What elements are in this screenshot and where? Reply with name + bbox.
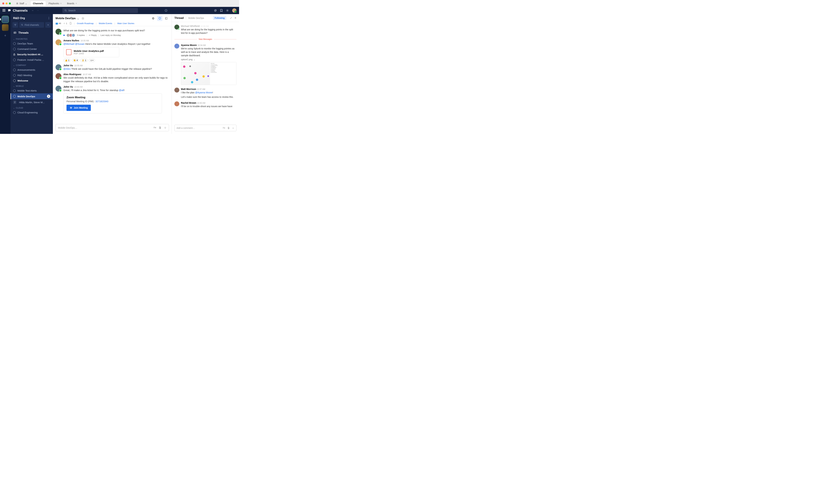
avatar[interactable]	[55, 39, 61, 45]
header-link-stories[interactable]: Main User Stories	[117, 22, 134, 25]
sidebar-item-devops-team[interactable]: DevOps Team	[11, 41, 53, 46]
global-search[interactable]: Search	[62, 8, 138, 13]
server-tile-2[interactable]	[2, 24, 9, 31]
author-name[interactable]: Matt Morrison	[181, 88, 196, 90]
close-icon[interactable]: ✕	[75, 2, 77, 5]
add-reaction-button[interactable]: ☺+	[89, 59, 95, 62]
chevron-down-icon[interactable]: ⌄	[77, 17, 79, 20]
attachment-icon[interactable]	[228, 127, 230, 129]
back-icon[interactable]: ←	[32, 9, 34, 12]
avatar[interactable]	[55, 29, 61, 35]
image-name[interactable]: optionC.png ⌄	[181, 58, 237, 61]
members-count[interactable]: 👥 48	[55, 22, 61, 25]
server-rail: +	[0, 14, 11, 134]
file-icon[interactable]	[69, 22, 72, 25]
thread-reply: Ayanna Moore 10:34 AM We're using Splunk…	[174, 42, 237, 86]
section-company[interactable]: ⌄COMPANY	[11, 63, 53, 67]
shield-icon[interactable]	[157, 16, 162, 21]
bookmark-icon[interactable]	[220, 9, 223, 12]
sidebar-item-rd-meeting[interactable]: R&D Meeting	[11, 73, 53, 78]
header-link-roadmap[interactable]: Growth Roadmap	[77, 22, 94, 25]
emoji-icon[interactable]: ☺	[232, 127, 234, 129]
gear-icon[interactable]	[226, 9, 229, 12]
workspace-selector[interactable]: Staff ⌄	[14, 1, 29, 5]
close-icon[interactable]: ✕	[60, 2, 62, 5]
thread-channel[interactable]: Mobile DevOps	[188, 17, 204, 19]
sidebar-item-announcements[interactable]: Announcements	[11, 67, 53, 73]
image-attachment[interactable]: Services━━━━━━━━━━● expensiveapp● analyt…	[181, 62, 237, 85]
add-channel-button[interactable]: +	[45, 22, 51, 28]
tab-boards[interactable]: Boards✕	[65, 1, 79, 6]
avatar[interactable]	[174, 88, 179, 93]
section-favorites[interactable]: ⌄FAVORITES	[11, 36, 53, 41]
avatar[interactable]	[174, 25, 179, 30]
avatar[interactable]	[174, 101, 179, 106]
sidebar-item-cloud-engineering[interactable]: Cloud Engineering	[11, 110, 53, 115]
tab-channels[interactable]: Channels	[31, 1, 46, 6]
sidebar-item-mobile-devops[interactable]: Mobile DevOps1	[11, 93, 53, 99]
close-window-icon[interactable]	[2, 2, 4, 4]
tab-playbooks[interactable]: Playbooks✕	[46, 1, 64, 6]
pins-count[interactable]: ☆ 1	[63, 22, 67, 25]
expand-icon[interactable]: ⤢	[230, 16, 232, 20]
add-server-button[interactable]: +	[4, 33, 6, 38]
author-name[interactable]: John Vu	[63, 64, 73, 67]
server-tile-1[interactable]	[2, 16, 9, 23]
reaction[interactable]: 👌1	[80, 59, 87, 62]
reaction[interactable]: 👏4	[72, 59, 79, 62]
sidebar-item-security-incident[interactable]: Security Incident #4 ...	[11, 52, 53, 57]
find-channels-input[interactable]: Find channels	[19, 22, 44, 28]
sidebar-item-command-center[interactable]: Command Center	[11, 46, 53, 52]
formatting-button[interactable]: Aa	[223, 127, 225, 129]
formatting-button[interactable]: Aa	[153, 126, 156, 129]
video-call-button[interactable]	[150, 16, 156, 21]
author-name[interactable]: Amara Nuñes	[63, 39, 79, 42]
emoji-icon[interactable]: ☺	[164, 126, 166, 129]
author-name[interactable]: Michael Whitfield	[181, 25, 200, 27]
star-icon[interactable]	[81, 17, 84, 20]
message-text: I like the plan @Ayanna Moore!	[181, 91, 237, 94]
sidebar-item-feature-install[interactable]: Feature: Install Packa ...	[11, 57, 53, 63]
search-icon	[21, 24, 23, 26]
help-icon[interactable]: ?	[164, 9, 167, 12]
apps-grid-icon[interactable]	[3, 9, 6, 12]
channel-name[interactable]: Mobile DevOps	[55, 17, 76, 20]
attachment-icon[interactable]	[159, 126, 161, 129]
section-cloud[interactable]: ⌄CLOUD	[11, 105, 53, 110]
author-name[interactable]: John Vu	[63, 85, 73, 88]
message-composer[interactable]: Mobile DevOps… Aa ☺	[55, 124, 169, 131]
join-meeting-button[interactable]: Join Meeting	[66, 105, 91, 111]
filter-button[interactable]	[12, 22, 18, 28]
avatar[interactable]	[55, 73, 61, 79]
section-mobile[interactable]: ⌄MOBILE	[11, 83, 53, 88]
thread-summary[interactable]: 3 replies | ↩ Reply | Last reply on Mond…	[63, 33, 169, 37]
avatar[interactable]	[55, 86, 61, 92]
close-icon[interactable]: ✕	[234, 16, 237, 20]
avatar[interactable]	[174, 44, 179, 49]
sidebar-item-dm-hilda[interactable]: 2Hilda Martin, Steve M...	[11, 99, 53, 105]
more-icon[interactable]: ⋮	[47, 16, 50, 20]
sidebar-item-welcome[interactable]: Welcome	[11, 78, 53, 83]
author-name[interactable]: Ayanna Moore	[181, 44, 197, 46]
mentions-icon[interactable]: @	[214, 9, 217, 12]
threads-nav[interactable]: Threads	[11, 29, 53, 36]
reaction[interactable]: 👍1	[63, 59, 71, 62]
unread-dot-icon	[63, 35, 65, 36]
minimize-window-icon[interactable]	[6, 2, 8, 4]
board-icon[interactable]	[164, 16, 169, 21]
author-name[interactable]: Rachel Brown	[181, 102, 196, 104]
reply-button[interactable]: ↩ Reply	[89, 34, 97, 36]
file-attachment[interactable]: Mobile User Analytics.pdfPDF 15KB	[63, 47, 119, 57]
header-link-events[interactable]: Mobile Events	[99, 22, 112, 25]
following-button[interactable]: Following	[213, 16, 226, 20]
org-name[interactable]: R&D Org	[13, 17, 25, 20]
thread-composer[interactable]: Add a comment… Aa ☺	[174, 125, 237, 131]
user-avatar[interactable]	[232, 8, 237, 13]
author-name[interactable]: Alex Rodriguez	[63, 73, 81, 76]
maximize-window-icon[interactable]	[9, 2, 11, 4]
chevron-down-icon: ⌄	[25, 2, 27, 5]
sidebar-item-mobile-test-alerts[interactable]: Mobile Test Alerts	[11, 88, 53, 93]
svg-point-3	[227, 10, 228, 11]
avatar[interactable]	[55, 64, 61, 70]
forward-icon[interactable]: →	[36, 9, 39, 12]
